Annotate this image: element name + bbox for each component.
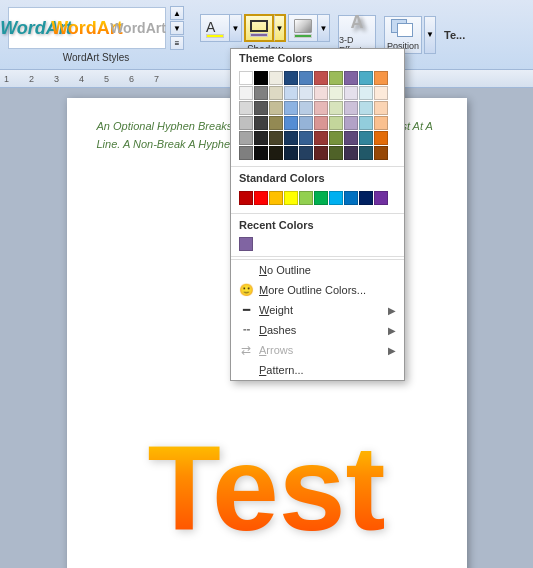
theme-color-swatch[interactable]: [269, 71, 283, 85]
theme-color-swatch[interactable]: [359, 101, 373, 115]
standard-color-swatch[interactable]: [284, 191, 298, 205]
theme-color-swatch[interactable]: [314, 86, 328, 100]
theme-color-swatch[interactable]: [299, 146, 313, 160]
theme-color-swatch[interactable]: [359, 116, 373, 130]
color-menu-item-5[interactable]: Pattern...: [231, 360, 404, 380]
theme-color-swatch[interactable]: [269, 101, 283, 115]
theme-color-swatch[interactable]: [359, 131, 373, 145]
standard-color-swatch[interactable]: [269, 191, 283, 205]
recent-colors-grid: [231, 234, 404, 254]
theme-color-swatch[interactable]: [299, 131, 313, 145]
theme-color-swatch[interactable]: [284, 116, 298, 130]
standard-color-swatch[interactable]: [344, 191, 358, 205]
theme-color-swatch[interactable]: [254, 71, 268, 85]
theme-color-swatch[interactable]: [254, 86, 268, 100]
theme-color-swatch[interactable]: [239, 116, 253, 130]
theme-color-swatch[interactable]: [284, 146, 298, 160]
theme-color-swatch[interactable]: [329, 146, 343, 160]
standard-color-swatch[interactable]: [314, 191, 328, 205]
theme-color-swatch[interactable]: [314, 131, 328, 145]
theme-color-swatch[interactable]: [254, 131, 268, 145]
theme-color-swatch[interactable]: [269, 86, 283, 100]
theme-color-swatch[interactable]: [269, 131, 283, 145]
wordart-styles-label: WordArt Styles: [63, 52, 130, 63]
effects-button[interactable]: [288, 14, 318, 42]
divider-2: [231, 213, 404, 214]
standard-colors-header: Standard Colors: [231, 169, 404, 187]
theme-color-swatch[interactable]: [314, 101, 328, 115]
standard-color-swatch[interactable]: [329, 191, 343, 205]
theme-color-swatch[interactable]: [299, 116, 313, 130]
theme-color-swatch[interactable]: [374, 131, 388, 145]
theme-color-swatch[interactable]: [329, 86, 343, 100]
standard-color-swatch[interactable]: [359, 191, 373, 205]
wordart-sample-2[interactable]: WordArt: [62, 10, 112, 46]
menu-item-label-4: Arrows: [259, 344, 293, 356]
theme-color-swatch[interactable]: [329, 131, 343, 145]
theme-color-swatch[interactable]: [284, 101, 298, 115]
color-menu-item-1[interactable]: 🙂More Outline Colors...: [231, 280, 404, 300]
fill-color-dropdown[interactable]: ▼: [230, 14, 242, 42]
color-menu-item-2[interactable]: ━Weight▶: [231, 300, 404, 320]
recent-color-swatch[interactable]: [239, 237, 253, 251]
theme-color-swatch[interactable]: [284, 131, 298, 145]
color-menu-item-4: ⇄Arrows▶: [231, 340, 404, 360]
theme-color-swatch[interactable]: [344, 101, 358, 115]
menu-item-label-1: More Outline Colors...: [259, 284, 366, 296]
color-menu-item-0[interactable]: No Outline: [231, 260, 404, 280]
theme-color-swatch[interactable]: [344, 116, 358, 130]
outline-color-dropdown[interactable]: ▼: [274, 14, 286, 42]
theme-color-swatch[interactable]: [239, 131, 253, 145]
position-dropdown[interactable]: ▼: [424, 16, 436, 54]
color-menu-item-3[interactable]: ╌Dashes▶: [231, 320, 404, 340]
theme-color-swatch[interactable]: [329, 71, 343, 85]
theme-color-swatch[interactable]: [239, 86, 253, 100]
theme-color-swatch[interactable]: [374, 146, 388, 160]
theme-color-swatch[interactable]: [374, 86, 388, 100]
theme-color-swatch[interactable]: [239, 101, 253, 115]
standard-color-swatch[interactable]: [254, 191, 268, 205]
standard-color-swatch[interactable]: [374, 191, 388, 205]
scroll-up-arrow[interactable]: ▲: [170, 6, 184, 20]
theme-color-swatch[interactable]: [374, 116, 388, 130]
menu-item-arrow-2: ▶: [388, 305, 396, 316]
theme-color-swatch[interactable]: [299, 101, 313, 115]
scroll-all-arrow[interactable]: ≡: [170, 36, 184, 50]
theme-color-swatch[interactable]: [374, 101, 388, 115]
theme-color-swatch[interactable]: [359, 86, 373, 100]
theme-color-swatch[interactable]: [254, 101, 268, 115]
theme-color-swatch[interactable]: [314, 71, 328, 85]
theme-color-swatch[interactable]: [314, 146, 328, 160]
theme-color-swatch[interactable]: [329, 116, 343, 130]
theme-color-swatch[interactable]: [269, 146, 283, 160]
theme-color-swatch[interactable]: [254, 116, 268, 130]
outline-color-button[interactable]: [244, 14, 274, 42]
theme-color-swatch[interactable]: [344, 131, 358, 145]
effects-3d-button[interactable]: A 3-D Effects: [338, 15, 376, 53]
ribbon-text-label: Te...: [444, 29, 465, 41]
wordart-sample-3[interactable]: WordArt: [113, 10, 163, 46]
theme-color-swatch[interactable]: [254, 146, 268, 160]
theme-color-swatch[interactable]: [284, 86, 298, 100]
standard-color-swatch[interactable]: [299, 191, 313, 205]
theme-color-swatch[interactable]: [269, 116, 283, 130]
theme-color-swatch[interactable]: [284, 71, 298, 85]
standard-color-swatch[interactable]: [239, 191, 253, 205]
theme-color-swatch[interactable]: [299, 86, 313, 100]
menu-item-dashes-icon: ╌: [237, 323, 255, 337]
theme-color-swatch[interactable]: [359, 146, 373, 160]
theme-color-swatch[interactable]: [344, 146, 358, 160]
effects-dropdown[interactable]: ▼: [318, 14, 330, 42]
theme-colors-grid: [231, 67, 404, 164]
theme-color-swatch[interactable]: [329, 101, 343, 115]
scroll-down-arrow[interactable]: ▼: [170, 21, 184, 35]
theme-color-swatch[interactable]: [344, 71, 358, 85]
theme-color-swatch[interactable]: [299, 71, 313, 85]
theme-color-swatch[interactable]: [374, 71, 388, 85]
theme-color-swatch[interactable]: [314, 116, 328, 130]
theme-color-swatch[interactable]: [344, 86, 358, 100]
fill-color-button[interactable]: A: [200, 14, 230, 42]
theme-color-swatch[interactable]: [239, 71, 253, 85]
theme-color-swatch[interactable]: [359, 71, 373, 85]
theme-color-swatch[interactable]: [239, 146, 253, 160]
